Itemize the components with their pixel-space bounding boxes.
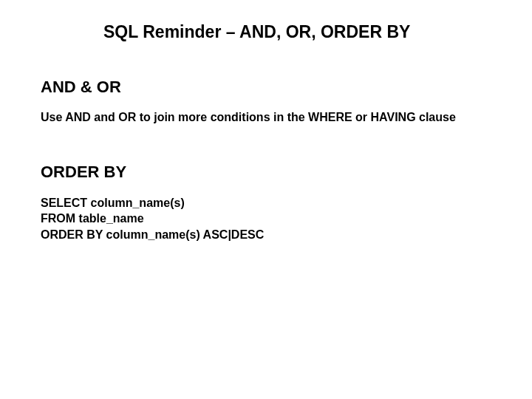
- section-heading-order-by: ORDER BY: [41, 163, 491, 182]
- slide-container: SQL Reminder – AND, OR, ORDER BY AND & O…: [0, 0, 532, 399]
- code-line: FROM table_name: [41, 211, 491, 227]
- slide-title: SQL Reminder – AND, OR, ORDER BY: [41, 22, 491, 42]
- code-line: SELECT column_name(s): [41, 195, 491, 211]
- code-line: ORDER BY column_name(s) ASC|DESC: [41, 227, 491, 243]
- section-body-and-or: Use AND and OR to join more conditions i…: [41, 110, 491, 126]
- section-heading-and-or: AND & OR: [41, 78, 491, 97]
- code-block-order-by: SELECT column_name(s) FROM table_name OR…: [41, 195, 491, 243]
